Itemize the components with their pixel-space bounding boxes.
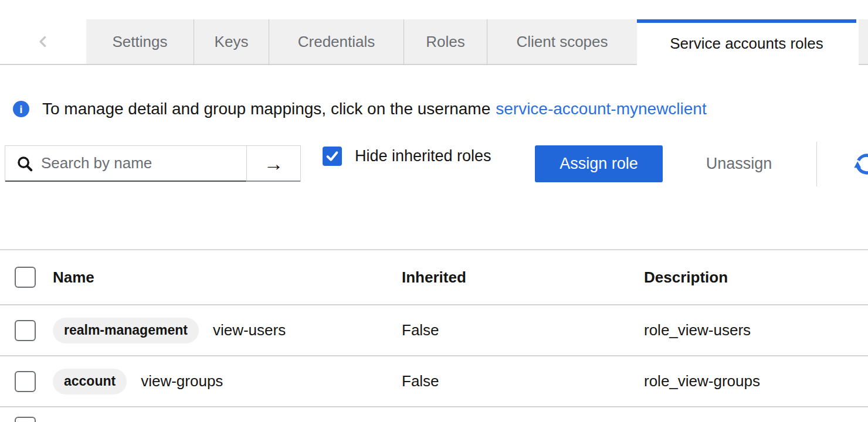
search-input-wrap: [5, 146, 246, 182]
checkmark-icon: [324, 148, 340, 164]
tab-label: Service accounts roles: [670, 35, 823, 53]
refresh-button[interactable]: [854, 151, 868, 178]
search-icon: [16, 155, 33, 172]
tab-keys[interactable]: Keys: [194, 19, 269, 65]
client-badge: account: [53, 369, 127, 394]
description-cell: role_view-users: [644, 305, 751, 355]
chevron-left-icon: [36, 34, 51, 49]
alert-text: To manage detail and group mappings, cli…: [42, 100, 490, 118]
tab-partial-next[interactable]: [859, 19, 868, 65]
table-header-row: Name Inherited Description: [0, 249, 868, 305]
header-checkbox-cell: [15, 250, 36, 304]
tab-label: Client scopes: [516, 33, 608, 51]
description-cell: role_view-groups: [644, 356, 760, 406]
row-checkbox[interactable]: [15, 320, 36, 341]
tab-bar: Settings Keys Credentials Roles Client s…: [0, 19, 868, 65]
tab-label: Credentials: [298, 33, 375, 51]
column-header-description: Description: [644, 250, 728, 304]
column-header-inherited: Inherited: [402, 250, 466, 304]
column-header-name: Name: [53, 250, 94, 304]
inherited-cell: False: [402, 305, 439, 355]
roles-table: Name Inherited Description realm-managem…: [0, 249, 868, 422]
table-row-partial: [0, 407, 868, 422]
search-input[interactable]: [41, 154, 246, 172]
row-checkbox-cell: [15, 356, 36, 406]
row-checkbox[interactable]: [15, 371, 36, 392]
table-row: realm-management view-users False role_v…: [0, 305, 868, 356]
tab-credentials[interactable]: Credentials: [269, 19, 404, 65]
toolbar-divider: [816, 142, 817, 186]
client-badge: realm-management: [53, 318, 199, 343]
tab-label: Roles: [426, 33, 464, 51]
inherited-cell: False: [402, 356, 439, 406]
row-checkbox[interactable]: [15, 417, 36, 422]
service-account-link[interactable]: service-account-mynewclient: [496, 100, 706, 118]
name-cell: realm-management view-users: [53, 305, 286, 355]
info-icon: i: [13, 101, 29, 117]
tab-service-accounts-roles[interactable]: Service accounts roles: [637, 19, 856, 65]
role-name: view-groups: [141, 372, 223, 390]
refresh-icon: [854, 151, 868, 177]
arrow-right-icon: →: [264, 154, 284, 173]
tab-settings[interactable]: Settings: [86, 19, 194, 65]
info-alert: i To manage detail and group mappings, c…: [13, 96, 707, 122]
search-group: →: [5, 145, 301, 182]
unassign-button[interactable]: Unassign: [692, 145, 786, 182]
role-name: view-users: [213, 321, 286, 339]
hide-inherited-roles-checkbox[interactable]: [323, 147, 342, 166]
tab-roles[interactable]: Roles: [404, 19, 487, 65]
table-row: account view-groups False role_view-grou…: [0, 356, 868, 407]
tab-label: Keys: [215, 33, 249, 51]
hide-inherited-roles-group: Hide inherited roles: [323, 146, 491, 166]
tab-client-scopes[interactable]: Client scopes: [487, 19, 637, 65]
row-checkbox-cell: [15, 305, 36, 355]
hide-inherited-roles-label: Hide inherited roles: [355, 147, 491, 165]
tabs-scroll-left-button[interactable]: [0, 19, 86, 65]
search-submit-button[interactable]: →: [246, 146, 300, 182]
tab-label: Settings: [113, 33, 168, 51]
select-all-checkbox[interactable]: [15, 267, 36, 288]
name-cell: account view-groups: [53, 356, 223, 406]
assign-role-button[interactable]: Assign role: [535, 145, 663, 182]
toolbar: → Hide inherited roles Assign role Unass…: [0, 145, 868, 183]
